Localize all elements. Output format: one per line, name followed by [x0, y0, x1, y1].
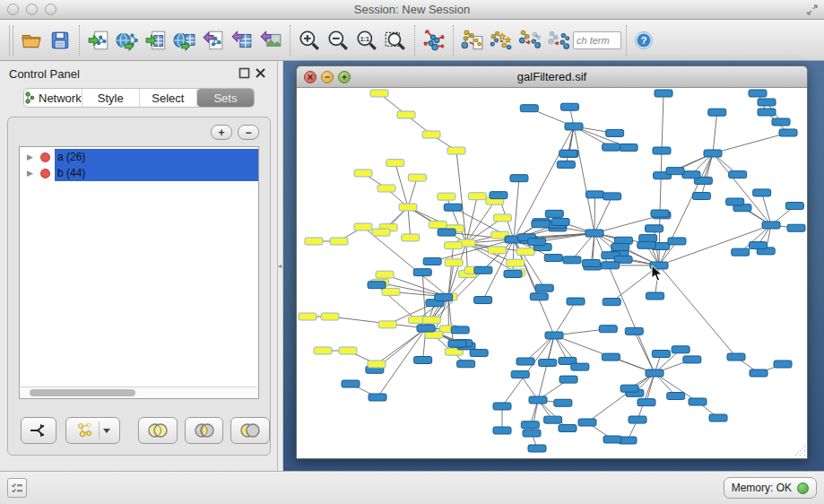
- difference-sets-button[interactable]: [230, 417, 270, 444]
- graph-node[interactable]: [749, 242, 767, 249]
- graph-node[interactable]: [408, 174, 426, 181]
- graph-node[interactable]: [602, 262, 620, 269]
- graph-node[interactable]: [493, 403, 511, 410]
- graph-node[interactable]: [655, 90, 672, 97]
- graph-node[interactable]: [368, 282, 386, 289]
- graph-node[interactable]: [354, 223, 372, 230]
- graph-node[interactable]: [504, 270, 522, 277]
- horizontal-scrollbar[interactable]: [21, 387, 257, 397]
- graph-node[interactable]: [646, 369, 664, 377]
- close-icon[interactable]: [255, 67, 266, 79]
- graph-node[interactable]: [544, 416, 562, 423]
- network-window-titlebar[interactable]: galFiltered.sif: [297, 66, 807, 88]
- graph-node[interactable]: [372, 229, 390, 236]
- graph-node[interactable]: [557, 161, 575, 169]
- graph-node[interactable]: [653, 147, 671, 154]
- graph-node[interactable]: [545, 332, 563, 339]
- graph-node[interactable]: [638, 241, 655, 248]
- tab-style[interactable]: Style: [82, 89, 140, 107]
- graph-node[interactable]: [727, 353, 745, 361]
- graph-node[interactable]: [582, 259, 600, 266]
- graph-node[interactable]: [682, 171, 700, 178]
- graph-node[interactable]: [490, 192, 507, 199]
- graph-node[interactable]: [321, 313, 339, 320]
- graph-node[interactable]: [560, 103, 578, 110]
- export-network-button[interactable]: [199, 25, 228, 56]
- graph-node[interactable]: [563, 256, 581, 264]
- tab-sets[interactable]: Sets: [197, 89, 254, 107]
- graph-node[interactable]: [732, 248, 750, 256]
- import-table-url-button[interactable]: [170, 25, 199, 56]
- highlight-diff-button[interactable]: [487, 25, 516, 56]
- graph-node[interactable]: [683, 356, 701, 363]
- tab-network[interactable]: Network: [24, 89, 82, 107]
- save-session-button[interactable]: [46, 25, 74, 56]
- graph-node[interactable]: [354, 169, 372, 177]
- graph-node[interactable]: [603, 299, 620, 306]
- graph-node[interactable]: [386, 160, 404, 167]
- graph-node[interactable]: [652, 351, 670, 358]
- graph-node[interactable]: [376, 271, 394, 278]
- graph-node[interactable]: [629, 416, 646, 423]
- graph-node[interactable]: [578, 419, 596, 426]
- graph-node[interactable]: [474, 266, 492, 274]
- graph-node[interactable]: [779, 129, 797, 136]
- apply-layout-button[interactable]: [420, 25, 448, 56]
- graph-node[interactable]: [620, 385, 638, 392]
- graph-node[interactable]: [545, 210, 563, 217]
- graph-node[interactable]: [402, 234, 420, 241]
- graph-node[interactable]: [429, 222, 447, 229]
- import-table-file-button[interactable]: [142, 25, 170, 56]
- resize-grip-icon[interactable]: [792, 443, 806, 457]
- graph-node[interactable]: [625, 327, 643, 335]
- import-network-file-button[interactable]: [84, 25, 113, 56]
- graph-node[interactable]: [672, 346, 690, 353]
- zoom-actual-size-button[interactable]: 1:1: [352, 25, 381, 56]
- graph-node[interactable]: [602, 353, 620, 361]
- tab-select[interactable]: Select: [140, 89, 197, 107]
- graph-node[interactable]: [448, 340, 466, 347]
- float-window-icon[interactable]: [239, 67, 250, 79]
- graph-node[interactable]: [422, 317, 440, 324]
- graph-node[interactable]: [708, 109, 726, 116]
- graph-node[interactable]: [532, 221, 550, 228]
- graph-node[interactable]: [586, 191, 604, 198]
- graph-node[interactable]: [554, 399, 572, 406]
- graph-node[interactable]: [438, 193, 455, 200]
- graph-node[interactable]: [559, 376, 577, 383]
- export-image-button[interactable]: [256, 25, 285, 56]
- graph-node[interactable]: [457, 361, 475, 368]
- graph-node[interactable]: [425, 331, 443, 338]
- collapse-panel-icon[interactable]: ◂: [278, 262, 282, 270]
- task-history-button[interactable]: [7, 478, 27, 498]
- graph-node[interactable]: [774, 361, 792, 368]
- zoom-out-button[interactable]: [324, 25, 352, 56]
- graph-node[interactable]: [772, 118, 790, 126]
- graph-node[interactable]: [516, 248, 534, 256]
- graph-node[interactable]: [645, 225, 663, 232]
- fullscreen-icon[interactable]: [806, 4, 819, 16]
- graph-node[interactable]: [530, 293, 548, 300]
- graph-node[interactable]: [511, 371, 529, 378]
- graph-node[interactable]: [528, 445, 546, 452]
- graph-node[interactable]: [377, 185, 395, 192]
- graph-node[interactable]: [474, 297, 492, 304]
- intersect-sets-button[interactable]: [185, 417, 224, 444]
- graph-node[interactable]: [438, 229, 455, 236]
- union-sets-button[interactable]: [138, 417, 178, 444]
- graph-node[interactable]: [382, 288, 400, 295]
- list-item[interactable]: ▶ b (44): [20, 165, 258, 181]
- graph-node[interactable]: [444, 204, 462, 211]
- graph-node[interactable]: [470, 350, 488, 357]
- graph-node[interactable]: [611, 243, 629, 250]
- extract-subnetwork-button[interactable]: [65, 417, 120, 444]
- graph-node[interactable]: [399, 204, 417, 211]
- graph-node[interactable]: [559, 150, 577, 157]
- graph-node[interactable]: [689, 398, 707, 405]
- graph-node[interactable]: [510, 175, 528, 182]
- graph-node[interactable]: [692, 193, 710, 200]
- graph-node[interactable]: [378, 321, 396, 328]
- graph-node[interactable]: [305, 238, 323, 245]
- graph-node[interactable]: [785, 203, 803, 210]
- zoom-selected-button[interactable]: [381, 25, 410, 56]
